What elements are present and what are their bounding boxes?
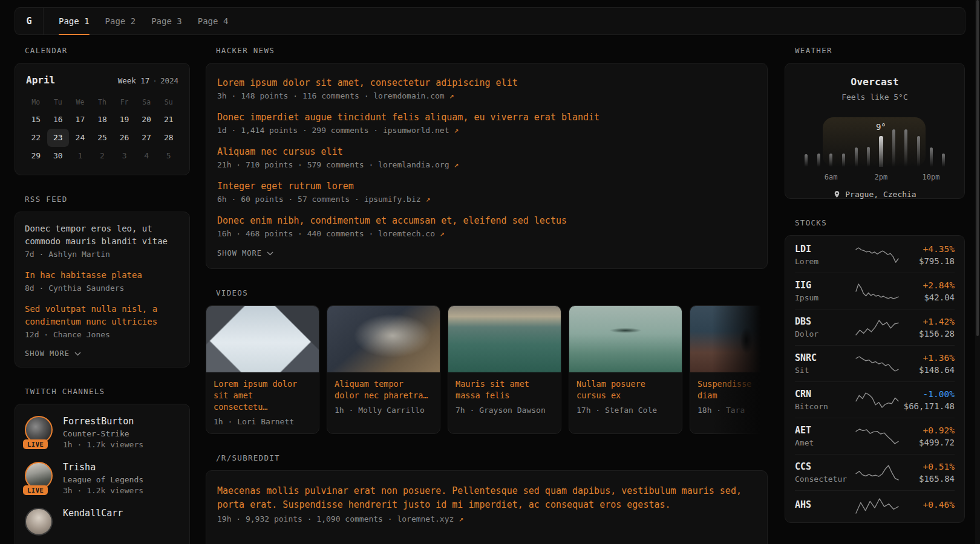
avatar [25, 508, 53, 536]
weather-bar [942, 154, 945, 167]
right-column: WEATHER Overcast Feels like 5°C 6am9°2pm… [785, 46, 965, 523]
rss-item-title[interactable]: Donec tempor eros leo, ut commodo mauris… [25, 222, 180, 248]
stock-id: AHS [795, 499, 855, 513]
stock-values: +0.46% [900, 500, 955, 512]
weather-bar [867, 147, 870, 167]
stock-row[interactable]: CCS Consectetur +0.51% $165.84 [795, 454, 955, 490]
tab-page-4[interactable]: Page 4 [198, 8, 229, 34]
twitch-channel-row[interactable]: LIVE Trisha League of Legends 3h · 1.2k … [25, 462, 180, 495]
calendar-day: 29 [25, 147, 47, 165]
hn-item-title[interactable]: Lorem ipsum dolor sit amet, consectetur … [217, 77, 756, 89]
hn-meta-text[interactable]: 16h · 468 points · 440 comments · loremt… [217, 229, 435, 238]
stock-row[interactable]: IIG Ipsum +2.84% $42.04 [795, 273, 955, 309]
hn-show-more-button[interactable]: SHOW MORE [217, 249, 756, 257]
hn-meta-text[interactable]: 6h · 60 points · 57 comments · ipsumify.… [217, 195, 421, 204]
hn-item-title[interactable]: Aliquam nec cursus elit [217, 146, 756, 158]
weather-bar [842, 154, 845, 167]
channel-info: KendallCarr [63, 508, 123, 519]
hn-item-meta: 21h · 710 points · 579 comments · loreml… [217, 160, 756, 169]
video-card[interactable]: Aliquam tempor dolor nec pharetra… 1h · … [327, 305, 440, 434]
hn-item-title[interactable]: Integer eget rutrum lorem [217, 180, 756, 192]
video-card[interactable]: Suspendisse diam 18h · Tara [690, 305, 768, 434]
stock-change: +2.84% [900, 280, 955, 290]
stock-name: Ipsum [795, 293, 855, 302]
show-more-label: SHOW MORE [217, 249, 262, 257]
top-nav: G Page 1 Page 2 Page 3 Page 4 [15, 7, 965, 35]
stock-row[interactable]: DBS Dolor +1.42% $156.28 [795, 309, 955, 345]
hn-item: Integer eget rutrum lorem 6h · 60 points… [217, 180, 756, 204]
stock-row[interactable]: AET Amet +0.92% $499.72 [795, 418, 955, 454]
stock-row[interactable]: LDI Lorem +4.35% $795.18 [795, 237, 955, 273]
video-card[interactable]: Mauris sit amet massa felis 7h · Grayson… [448, 305, 561, 434]
video-thumbnail-sea-boat-wake[interactable] [448, 306, 561, 372]
channel-name[interactable]: ForrestBurton [63, 416, 143, 427]
external-link-icon: ↗ [449, 91, 454, 100]
weather-location-row[interactable]: Prague, Czechia [795, 190, 955, 199]
hn-meta-text[interactable]: 21h · 710 points · 579 comments · loreml… [217, 160, 449, 169]
hn-item: Aliquam nec cursus elit 21h · 710 points… [217, 146, 756, 169]
stock-values: +1.36% $148.64 [900, 353, 955, 375]
channel-name[interactable]: KendallCarr [63, 508, 123, 519]
rss-item-title[interactable]: Sed volutpat nulla nisl, a condimentum n… [25, 303, 180, 328]
stock-values: +1.42% $156.28 [900, 317, 955, 338]
tab-page-2[interactable]: Page 2 [105, 8, 136, 34]
twitch-channel-row[interactable]: KendallCarr [25, 508, 180, 536]
tab-page-1[interactable]: Page 1 [59, 8, 90, 34]
video-title[interactable]: Nullam posuere cursus ex [577, 378, 675, 401]
stock-change: +4.35% [900, 244, 955, 254]
video-meta: 17h · Stefan Cole [577, 406, 675, 415]
video-body: Aliquam tempor dolor nec pharetra… 1h · … [327, 372, 440, 422]
vertical-scrollbar[interactable] [975, 0, 980, 544]
reddit-post-title[interactable]: Maecenas mollis pulvinar erat non posuer… [217, 484, 756, 512]
weather-location: Prague, Czechia [845, 190, 916, 199]
video-thumbnail-concrete-pillars-sky[interactable] [206, 306, 319, 372]
video-meta: 1h · Lori Barnett [214, 417, 312, 426]
stock-price: $165.84 [900, 474, 955, 484]
weather-widget: Overcast Feels like 5°C 6am9°2pm10pm Pra… [785, 63, 965, 199]
avatar-wrap: LIVE [25, 462, 53, 490]
video-card[interactable]: Lorem ipsum dolor sit amet consectetu… 1… [206, 305, 319, 434]
tab-page-3[interactable]: Page 3 [151, 8, 182, 34]
stock-sparkline [855, 247, 900, 264]
rss-widget: Donec tempor eros leo, ut commodo mauris… [15, 212, 190, 368]
channel-name[interactable]: Trisha [63, 462, 143, 473]
reddit-meta-text[interactable]: 19h · 9,932 points · 1,090 comments · lo… [217, 514, 454, 523]
app-logo[interactable]: G [15, 8, 44, 34]
stock-row[interactable]: SNRC Sit +1.36% $148.64 [795, 345, 955, 381]
videos-widget: Lorem ipsum dolor sit amet consectetu… 1… [206, 305, 768, 434]
stock-change: +0.51% [900, 462, 955, 471]
separator-dot: · [152, 76, 157, 85]
stock-row[interactable]: CRN Bitcorn -1.00% $66,171.48 [795, 381, 955, 418]
scrollbar-thumb[interactable] [976, 0, 979, 336]
twitch-section-title: TWITCH CHANNELS [15, 387, 190, 396]
stock-sparkline [855, 283, 900, 300]
calendar-day: 16 [47, 111, 70, 129]
stock-name: Amet [795, 438, 855, 447]
video-thumbnail-canoe-misty-lake[interactable] [569, 306, 682, 372]
video-title[interactable]: Aliquam tempor dolor nec pharetra… [335, 378, 433, 401]
twitch-channel-row[interactable]: LIVE ForrestBurton Counter-Strike 1h · 1… [25, 416, 180, 449]
hn-meta-text[interactable]: 3h · 148 points · 116 comments · loremdo… [217, 91, 445, 100]
weather-bar [930, 147, 933, 167]
calendar-day: 21 [157, 111, 180, 129]
video-thumbnail-figure-misty-field[interactable] [690, 306, 768, 372]
hn-item-title[interactable]: Donec imperdiet augue tincidunt felis al… [217, 111, 756, 123]
calendar-day: 27 [136, 129, 158, 147]
stock-row[interactable]: AHS +0.46% [795, 490, 955, 521]
video-title[interactable]: Suspendisse diam [697, 378, 757, 401]
hn-item-title[interactable]: Donec enim nibh, condimentum et accumsan… [217, 215, 756, 227]
stock-values: -1.00% $66,171.48 [900, 389, 955, 411]
subreddit-widget: Maecenas mollis pulvinar erat non posuer… [206, 470, 768, 544]
video-card[interactable]: Nullam posuere cursus ex 17h · Stefan Co… [569, 305, 682, 434]
videos-carousel[interactable]: Lorem ipsum dolor sit amet consectetu… 1… [206, 305, 768, 434]
hn-item: Donec enim nibh, condimentum et accumsan… [217, 215, 756, 238]
middle-column: HACKER NEWS Lorem ipsum dolor sit amet, … [206, 46, 768, 544]
rss-item: Sed volutpat nulla nisl, a condimentum n… [25, 303, 180, 339]
video-title[interactable]: Lorem ipsum dolor sit amet consectetu… [214, 378, 312, 413]
rss-item-title[interactable]: In hac habitasse platea [25, 269, 180, 282]
video-title[interactable]: Mauris sit amet massa felis [456, 378, 554, 401]
hn-meta-text[interactable]: 1d · 1,414 points · 299 comments · ipsum… [217, 126, 449, 135]
video-thumbnail-camera-in-hands[interactable] [327, 306, 440, 372]
channel-meta: 1h · 1.7k viewers [63, 440, 143, 449]
rss-show-more-button[interactable]: SHOW MORE [25, 349, 180, 358]
